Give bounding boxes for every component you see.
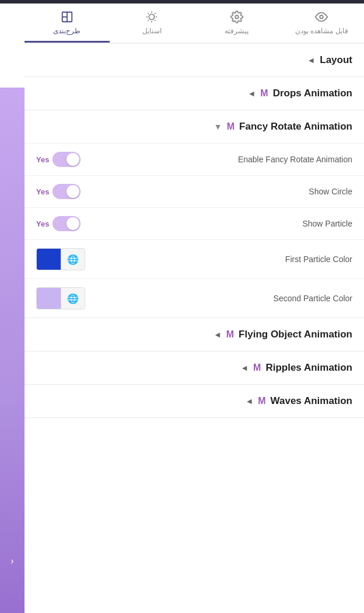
section-layout[interactable]: Layout ◄	[24, 44, 364, 77]
advanced-icon	[230, 11, 243, 23]
setting-show-circle-label: Show Circle	[309, 187, 352, 196]
section-layout-arrow: ◄	[307, 55, 315, 65]
section-flying-object-title: Flying Object Animation	[239, 329, 352, 340]
section-fancy-rotate-arrow: ▼	[214, 122, 222, 131]
first-particle-color-control[interactable]: 🌐	[36, 248, 85, 270]
setting-enable-fancy-rotate-label: Enable Fancy Rotate Animation	[238, 155, 352, 164]
layout-icon	[61, 11, 74, 23]
setting-first-particle-color-label: First Particle Color	[285, 255, 352, 264]
second-particle-color-globe[interactable]: 🌐	[61, 288, 85, 309]
left-panel-arrow[interactable]: ›	[0, 549, 24, 573]
setting-second-particle-color-label: Second Particle Color	[274, 294, 352, 303]
section-drops-animation[interactable]: Drops Animation M ◄	[24, 77, 364, 110]
setting-show-circle: Yes Show Circle	[24, 175, 364, 207]
visible-icon	[315, 11, 328, 23]
section-ripples-arrow: ◄	[240, 363, 249, 372]
section-drops-title: Drops Animation	[273, 88, 352, 99]
section-layout-title: Layout	[320, 54, 352, 66]
section-waves-title: Waves Animation	[271, 395, 352, 407]
tab-style[interactable]: استایل	[110, 4, 195, 43]
toggle-show-particle-knob	[66, 217, 79, 230]
left-panel: ›	[0, 88, 24, 613]
main-content: طرح‌بندی استایل پیشرفته قابل مشاهده بودن	[24, 4, 364, 418]
toggle-show-circle[interactable]: Yes	[36, 184, 80, 199]
first-particle-color-swatch[interactable]	[37, 249, 61, 270]
top-navigation: طرح‌بندی استایل پیشرفته قابل مشاهده بودن	[24, 4, 364, 44]
toggle-show-particle-switch[interactable]	[52, 216, 80, 231]
section-flying-object-arrow: ◄	[214, 330, 222, 339]
tab-layout-label: طرح‌بندی	[53, 27, 80, 35]
toggle-enable-fancy-label: Yes	[36, 155, 49, 164]
tab-layout[interactable]: طرح‌بندی	[24, 4, 110, 43]
second-particle-color-control[interactable]: 🌐	[36, 287, 85, 309]
globe-icon-2: 🌐	[67, 293, 79, 304]
section-flying-object[interactable]: Flying Object Animation M ◄	[24, 318, 364, 351]
tab-advanced[interactable]: پیشرفته	[194, 4, 279, 43]
setting-show-particle-label: Show Particle	[302, 219, 352, 228]
fancy-m-icon: M	[227, 121, 235, 132]
section-fancy-rotate-header[interactable]: Fancy Rotate Animation M ▼	[24, 110, 364, 143]
toggle-show-particle[interactable]: Yes	[36, 216, 80, 231]
section-ripples-title: Ripples Animation	[265, 362, 352, 374]
setting-enable-fancy-rotate: Yes Enable Fancy Rotate Animation	[24, 143, 364, 175]
toggle-show-circle-switch[interactable]	[52, 184, 80, 199]
toggle-enable-fancy[interactable]: Yes	[36, 152, 80, 167]
setting-show-particle: Yes Show Particle	[24, 207, 364, 239]
first-particle-color-globe[interactable]: 🌐	[61, 249, 85, 270]
section-waves-arrow: ◄	[245, 396, 253, 406]
tab-visible[interactable]: قابل مشاهده بودن	[279, 4, 365, 43]
svg-point-5	[320, 15, 324, 19]
section-ripples-animation[interactable]: Ripples Animation M ◄	[24, 351, 364, 385]
setting-second-particle-color: 🌐 Second Particle Color	[24, 278, 364, 318]
drops-m-icon: M	[260, 88, 268, 99]
style-icon	[145, 11, 158, 23]
toggle-show-circle-knob	[66, 185, 79, 198]
section-waves-animation[interactable]: Waves Animation M ◄	[24, 385, 364, 418]
tab-style-label: استایل	[142, 27, 162, 35]
toggle-show-circle-label: Yes	[36, 187, 49, 196]
toggle-enable-fancy-switch[interactable]	[52, 152, 80, 167]
flying-m-icon: M	[226, 329, 234, 340]
toggle-show-particle-label: Yes	[36, 220, 49, 228]
ripples-m-icon: M	[253, 363, 261, 373]
section-fancy-rotate: Fancy Rotate Animation M ▼ Yes Enable Fa…	[24, 110, 364, 318]
waves-m-icon: M	[258, 396, 265, 406]
tab-visible-label: قابل مشاهده بودن	[295, 27, 348, 35]
section-drops-arrow: ◄	[247, 89, 256, 98]
svg-point-3	[149, 14, 155, 19]
section-fancy-rotate-title: Fancy Rotate Animation	[239, 121, 352, 133]
second-particle-color-swatch[interactable]	[37, 288, 61, 309]
setting-first-particle-color: 🌐 First Particle Color	[24, 239, 364, 278]
toggle-enable-fancy-knob	[66, 153, 79, 166]
svg-point-4	[235, 15, 239, 19]
tab-advanced-label: پیشرفته	[225, 27, 249, 35]
globe-icon-1: 🌐	[67, 254, 79, 265]
